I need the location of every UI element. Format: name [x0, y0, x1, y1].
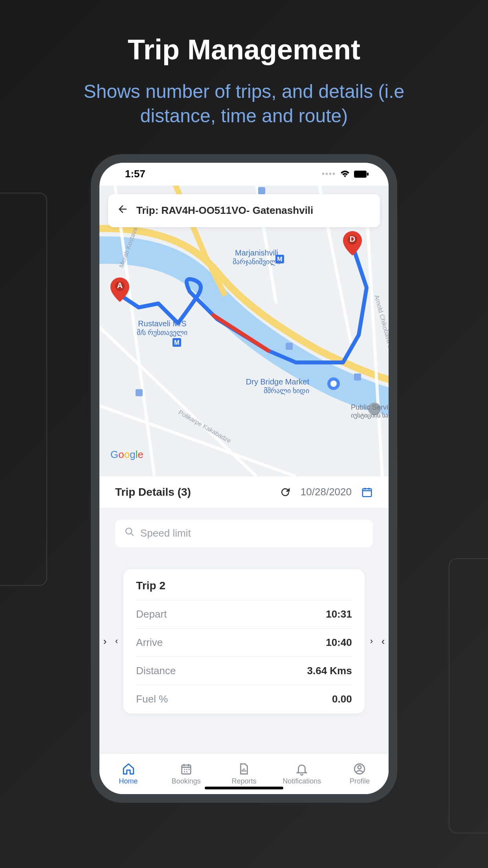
svg-rect-9	[286, 343, 293, 350]
wifi-icon	[340, 170, 350, 178]
svg-rect-10	[354, 373, 361, 381]
trip-label: Depart	[136, 608, 167, 620]
home-indicator[interactable]	[205, 787, 283, 789]
svg-text:მ/ს რუსთაველი: მ/ს რუსთაველი	[137, 329, 187, 337]
svg-rect-8	[136, 389, 143, 396]
back-arrow-icon[interactable]	[117, 203, 128, 218]
trip-value: 10:31	[326, 608, 352, 620]
trip-value: 0.00	[332, 693, 352, 705]
phone-screen: 1:57 ••••	[99, 163, 389, 794]
reports-icon	[237, 762, 251, 776]
status-bar: 1:57 ••••	[99, 163, 389, 186]
tab-label: Reports	[231, 777, 256, 785]
svg-text:M: M	[174, 339, 179, 346]
svg-rect-7	[258, 187, 265, 194]
refresh-icon[interactable]	[279, 486, 291, 498]
trip-row-arrive: Arrive 10:40	[136, 629, 352, 657]
map-marker-start[interactable]: A	[110, 278, 129, 302]
trip-card-title: Trip 2	[136, 579, 352, 600]
bell-icon	[295, 762, 308, 776]
background-decoration-right	[449, 558, 488, 833]
google-logo: Google	[110, 449, 143, 461]
marker-start-label: A	[110, 281, 129, 290]
svg-text:იუსტიციის სახლი: იუსტიციის სახლი	[351, 412, 389, 419]
trip-card[interactable]: Trip 2 Depart 10:31 Arrive 10:40 Distanc…	[123, 569, 364, 714]
svg-text:Marjanishvili: Marjanishvili	[235, 248, 278, 257]
svg-point-31	[358, 765, 361, 769]
tab-label: Bookings	[172, 777, 201, 785]
status-time: 1:57	[125, 168, 145, 180]
tab-home[interactable]: Home	[99, 754, 157, 794]
bookings-icon	[180, 762, 193, 776]
svg-point-28	[126, 528, 132, 534]
profile-icon	[353, 762, 366, 776]
map-marker-end[interactable]: D	[343, 231, 362, 256]
trip-value: 3.64 Kms	[307, 665, 352, 677]
trip-carousel: › ‹ ‹ Trip 2 Depart 10:31 Arrive 10:40	[115, 569, 373, 714]
trip-label: Fuel %	[136, 693, 168, 705]
svg-rect-1	[367, 173, 369, 176]
prev-trip-button[interactable]: ‹	[115, 636, 118, 646]
cellular-dots-icon: ••••	[322, 169, 336, 178]
trip-details-bar: Trip Details (3) 10/28/2020	[99, 476, 389, 508]
background-decoration-left	[0, 193, 47, 586]
trip-details-title: Trip Details (3)	[115, 486, 191, 498]
trip-title: Trip: RAV4H-OO511VO- Gatenashvili	[136, 204, 313, 217]
promo-subtitle: Shows number of trips, and details (i.e …	[67, 79, 421, 129]
chevron-left-icon[interactable]: ‹	[378, 635, 388, 647]
trip-value: 10:40	[326, 636, 352, 649]
trip-row-depart: Depart 10:31	[136, 600, 352, 629]
search-input[interactable]	[140, 527, 363, 539]
svg-rect-0	[354, 171, 367, 178]
trip-title-bar: Trip: RAV4H-OO511VO- Gatenashvili	[108, 194, 380, 227]
trip-row-distance: Distance 3.64 Kms	[136, 657, 352, 685]
calendar-icon[interactable]	[361, 486, 373, 498]
chevron-right-icon[interactable]: ›	[100, 635, 110, 647]
promo-title: Trip Management	[128, 33, 360, 66]
trip-row-fuel: Fuel % 0.00	[136, 685, 352, 714]
home-icon	[122, 762, 135, 776]
trip-label: Arrive	[136, 636, 163, 649]
map-view[interactable]: M M Marjanishvili მარჯანიშვილი Rustaveli…	[99, 186, 389, 476]
next-trip-button[interactable]: ›	[370, 636, 373, 646]
tab-label: Profile	[350, 777, 370, 785]
svg-text:Dry Bridge Market: Dry Bridge Market	[246, 377, 310, 386]
svg-text:მარჯანიშვილი: მარჯანიშვილი	[233, 258, 281, 266]
content-section: › ‹ ‹ Trip 2 Depart 10:31 Arrive 10:40	[99, 508, 389, 753]
marker-end-label: D	[343, 235, 362, 244]
trip-label: Distance	[136, 665, 176, 677]
phone-frame: 1:57 ••••	[91, 154, 397, 803]
search-icon	[125, 527, 135, 540]
svg-text:Rustaveli M/S: Rustaveli M/S	[138, 319, 186, 328]
svg-point-12	[330, 381, 337, 387]
svg-text:Public Service Hall: Public Service Hall	[351, 403, 389, 411]
map-canvas: M M Marjanishvili მარჯანიშვილი Rustaveli…	[99, 186, 389, 476]
tab-profile[interactable]: Profile	[331, 754, 389, 794]
search-box[interactable]	[115, 520, 373, 547]
trip-date: 10/28/2020	[301, 486, 352, 498]
status-icons: ••••	[322, 169, 369, 178]
svg-rect-27	[363, 489, 372, 497]
tab-label: Notifications	[283, 777, 321, 785]
svg-text:მშრალი ხიდი: მშრალი ხიდი	[264, 387, 309, 395]
tab-label: Home	[119, 777, 138, 785]
battery-icon	[354, 171, 369, 178]
